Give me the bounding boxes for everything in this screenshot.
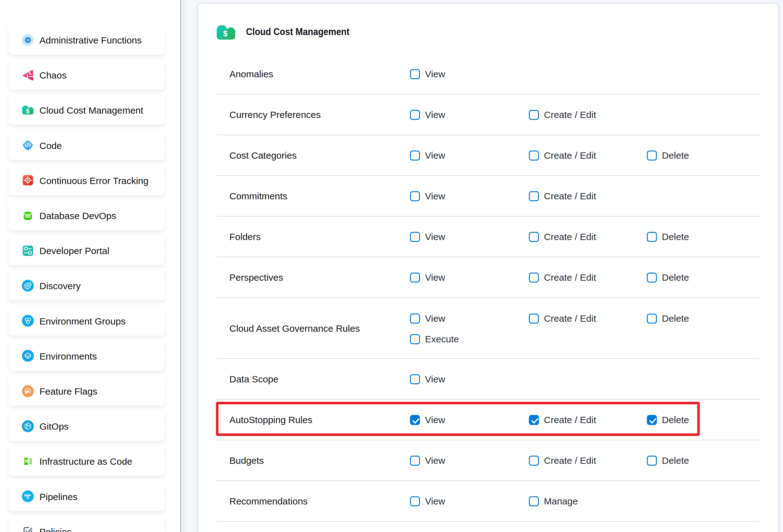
svg-text:$: $ (223, 29, 227, 38)
svg-text:$: $ (26, 108, 29, 115)
